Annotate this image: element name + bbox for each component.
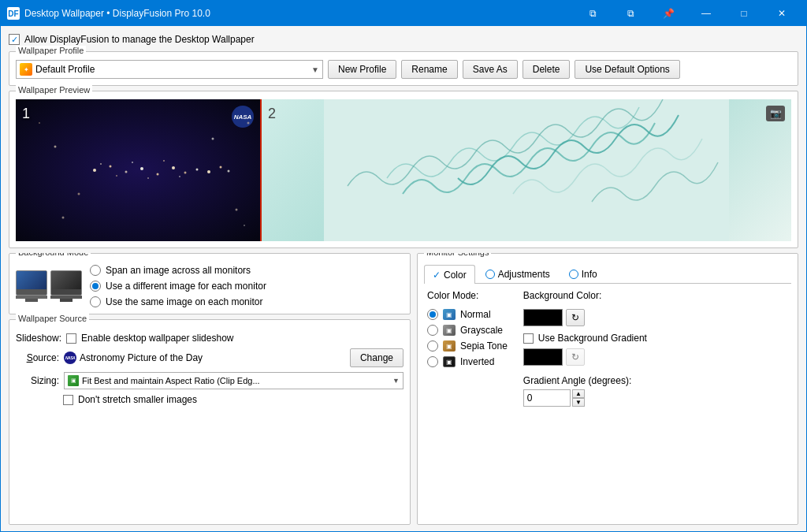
sizing-value: Fit Best and maintain Aspect Ratio (Clip… bbox=[82, 376, 392, 385]
svg-point-19 bbox=[212, 138, 214, 140]
color-mode-sepia-label: Sepia Tone bbox=[460, 340, 508, 352]
radio-different[interactable]: Use a different image for each monitor bbox=[90, 281, 266, 292]
wallpaper-profile-section: Wallpaper Profile ✦ Default Profile ▼ Ne… bbox=[9, 51, 798, 86]
new-profile-button[interactable]: New Profile bbox=[328, 60, 396, 79]
monitor-2-preview[interactable]: 2 📷 bbox=[262, 99, 791, 241]
tab-color-content: Color Mode: ▣ Normal ▣ bbox=[424, 284, 791, 413]
radio-inverted-input[interactable] bbox=[427, 356, 438, 367]
tab-info[interactable]: Info bbox=[560, 265, 606, 283]
gradient-color-swatch[interactable] bbox=[523, 348, 563, 366]
bg-mode-content: Span an image across all monitors Use a … bbox=[16, 265, 404, 307]
rename-button[interactable]: Rename bbox=[401, 60, 457, 79]
angle-increment-button[interactable]: ▲ bbox=[572, 389, 585, 398]
svg-point-11 bbox=[100, 163, 102, 165]
tab-color[interactable]: ✓ Color bbox=[424, 265, 475, 284]
monitor-1-preview[interactable]: 1 NASA bbox=[16, 99, 260, 241]
svg-point-9 bbox=[220, 166, 222, 169]
save-as-button[interactable]: Save As bbox=[463, 60, 518, 79]
radio-same-input[interactable] bbox=[90, 296, 101, 307]
svg-point-5 bbox=[172, 166, 175, 169]
svg-point-8 bbox=[207, 170, 210, 173]
gradient-angle-input[interactable] bbox=[523, 389, 571, 407]
profile-select[interactable]: ✦ Default Profile ▼ bbox=[16, 60, 323, 79]
bottom-row: Background Mode bbox=[9, 253, 798, 525]
maximize-btn[interactable]: □ bbox=[726, 1, 762, 26]
monitor-icon-2 bbox=[50, 270, 82, 302]
angle-decrement-button[interactable]: ▼ bbox=[572, 398, 585, 407]
tab-adjustments-circle-icon bbox=[485, 270, 495, 279]
pin-btn[interactable]: 📌 bbox=[650, 1, 686, 26]
radio-different-input[interactable] bbox=[90, 281, 101, 292]
radio-different-label: Use a different image for each monitor bbox=[106, 281, 266, 292]
tile-btn-2[interactable]: ⧉ bbox=[612, 1, 649, 26]
tab-color-check-icon: ✓ bbox=[433, 270, 441, 281]
app-icon: DF bbox=[7, 7, 20, 20]
use-gradient-checkbox[interactable] bbox=[523, 333, 534, 344]
right-column: Monitor Settings ✓ Color Adjustments bbox=[417, 253, 798, 525]
nasa-icon: NASA bbox=[64, 352, 76, 364]
svg-point-17 bbox=[54, 146, 57, 148]
gradient-angle-label: Gradient Angle (degrees): bbox=[523, 375, 647, 386]
sizing-select[interactable]: ▣ Fit Best and maintain Aspect Ratio (Cl… bbox=[64, 372, 404, 389]
delete-button[interactable]: Delete bbox=[523, 60, 571, 79]
gradient-color-picker-button[interactable]: ↻ bbox=[566, 348, 585, 366]
main-window: DF Desktop Wallpaper • DisplayFusion Pro… bbox=[0, 0, 807, 532]
sizing-dropdown-arrow-icon: ▼ bbox=[392, 377, 400, 385]
svg-point-22 bbox=[244, 225, 245, 226]
color-mode-label: Color Mode: bbox=[427, 290, 508, 301]
radio-span[interactable]: Span an image across all monitors bbox=[90, 265, 266, 276]
color-radio-sepia[interactable]: ▣ Sepia Tone bbox=[427, 340, 508, 352]
svg-point-1 bbox=[110, 166, 112, 168]
radio-normal-input[interactable] bbox=[427, 309, 438, 320]
monitor-icon-1 bbox=[16, 270, 47, 302]
slideshow-checkbox[interactable] bbox=[66, 333, 76, 344]
monitor-image-1 bbox=[16, 270, 47, 296]
left-column: Background Mode bbox=[9, 253, 411, 525]
tile-btn-1[interactable]: ⧉ bbox=[575, 1, 611, 26]
grayscale-icon: ▣ bbox=[443, 325, 456, 336]
close-btn[interactable]: ✕ bbox=[764, 1, 800, 26]
svg-point-13 bbox=[132, 162, 133, 163]
radio-sepia-input[interactable] bbox=[427, 340, 438, 352]
svg-point-20 bbox=[236, 209, 238, 211]
source-text: Astronomy Picture of the Day bbox=[80, 352, 203, 363]
gradient-color-row: ↻ bbox=[523, 348, 647, 366]
radio-grayscale-input[interactable] bbox=[427, 325, 438, 336]
monitor-settings-section: Monitor Settings ✓ Color Adjustments bbox=[417, 253, 798, 525]
preview-area: 1 NASA bbox=[16, 99, 791, 241]
background-mode-title: Background Mode bbox=[16, 253, 91, 257]
bg-color-row: ↻ bbox=[523, 309, 647, 326]
wave-visual bbox=[262, 99, 791, 241]
color-radio-grayscale[interactable]: ▣ Grayscale bbox=[427, 325, 508, 336]
color-radio-normal[interactable]: ▣ Normal bbox=[427, 309, 508, 320]
window-controls: ⧉ ⧉ 📌 — □ ✕ bbox=[575, 1, 800, 26]
normal-icon: ▣ bbox=[443, 309, 456, 320]
minimize-btn[interactable]: — bbox=[688, 1, 724, 26]
source-label: Source: bbox=[16, 352, 59, 363]
bg-color-swatch[interactable] bbox=[523, 309, 563, 326]
wallpaper-source-title: Wallpaper Source bbox=[16, 314, 89, 323]
wallpaper-preview-title: Wallpaper Preview bbox=[16, 85, 92, 95]
dont-stretch-checkbox[interactable] bbox=[63, 395, 73, 405]
slideshow-row: Slideshow: Enable desktop wallpaper slid… bbox=[16, 333, 404, 344]
wallpaper-preview-section: Wallpaper Preview 1 NASA bbox=[9, 91, 798, 248]
tab-adjustments[interactable]: Adjustments bbox=[477, 265, 559, 283]
allow-row: ✓ Allow DisplayFusion to manage the Desk… bbox=[9, 32, 798, 47]
source-value-group: NASA Astronomy Picture of the Day bbox=[64, 352, 345, 364]
radio-same[interactable]: Use the same image on each monitor bbox=[90, 296, 266, 307]
monitor-settings-title: Monitor Settings bbox=[424, 253, 491, 257]
use-default-options-button[interactable]: Use Default Options bbox=[575, 60, 679, 79]
change-source-button[interactable]: Change bbox=[350, 348, 404, 367]
tab-info-circle-icon bbox=[569, 270, 578, 279]
color-radio-inverted[interactable]: ▣ Inverted bbox=[427, 356, 508, 367]
color-mode-inverted-label: Inverted bbox=[460, 356, 494, 367]
profile-icon: ✦ bbox=[20, 63, 32, 76]
inverted-icon: ▣ bbox=[443, 356, 456, 367]
bg-color-picker-button[interactable]: ↻ bbox=[566, 309, 585, 326]
radio-span-input[interactable] bbox=[90, 265, 101, 276]
use-gradient-row: Use Background Gradient bbox=[523, 333, 647, 344]
allow-checkbox[interactable]: ✓ bbox=[9, 34, 20, 45]
svg-point-3 bbox=[140, 167, 143, 170]
gradient-angle-section: Gradient Angle (degrees): ▲ ▼ bbox=[523, 375, 647, 407]
background-mode-section: Background Mode bbox=[9, 253, 411, 314]
